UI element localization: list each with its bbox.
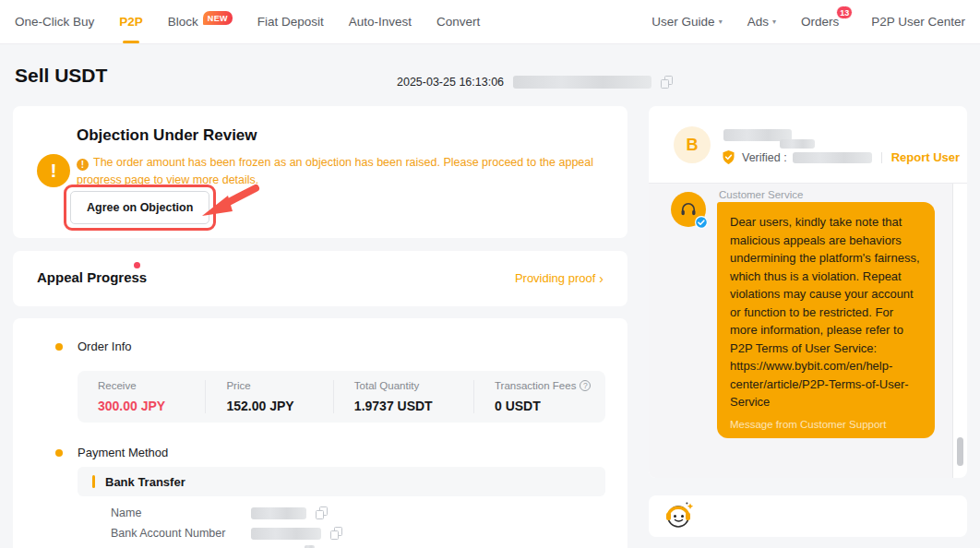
accent-bar [92,475,95,488]
orders-link[interactable]: Orders 13 [801,0,839,43]
appeal-progress-title: Appeal Progress [37,269,147,285]
verified-label: Verified : [742,151,787,164]
top-nav-bar: One-Click Buy P2P Block NEW Fiat Deposit… [0,0,980,44]
order-meta-row: 2025-03-25 16:13:06 [397,76,673,89]
support-bot-icon[interactable] [663,501,695,530]
verified-shield-icon [721,149,736,165]
new-badge: NEW [203,11,233,25]
order-field-receive: Receive 300.00 JPY [78,380,205,413]
field-label-text: Transaction Fees [495,380,576,391]
copy-icon[interactable] [661,76,673,89]
seller-name-redacted [780,139,815,149]
user-guide-menu[interactable]: User Guide ▾ [651,0,722,43]
info-icon[interactable]: ? [580,380,591,391]
redacted-value [251,507,306,519]
annotation-arrow-icon [197,184,260,220]
order-field-transaction-fees: Transaction Fees ? 0 USDT [473,380,605,413]
section-bullet-icon [55,343,63,351]
nav-label: P2P [119,15,143,29]
payment-field-label: Name [111,506,251,519]
section-bullet-icon [55,449,63,457]
copy-icon[interactable] [330,527,342,540]
chevron-right-icon: › [599,272,604,285]
ads-menu[interactable]: Ads ▾ [747,0,776,43]
customer-service-avatar [671,192,706,227]
chat-message-bubble: Dear users, kindly take note that malici… [717,202,935,438]
order-info-section-title: Order Info [78,340,132,353]
nav-label: Orders [801,15,839,29]
order-field-price: Price 152.00 JPY [205,380,332,413]
chat-scrollbar[interactable] [957,437,963,466]
field-label: Transaction Fees ? [495,380,605,391]
notification-dot [134,262,140,268]
field-value: 152.00 JPY [226,399,332,413]
nav-item-one-click-buy[interactable]: One-Click Buy [15,0,94,43]
field-value: 300.00 JPY [98,399,205,413]
divider [881,152,882,163]
verified-check-icon [695,216,708,229]
nav-label: Fiat Deposit [257,15,324,29]
warning-text: The order amount has been frozen as an o… [77,156,593,186]
payment-field-label: Bank Account Number [111,527,251,540]
providing-proof-link[interactable]: Providing proof › [515,271,604,285]
payment-row-name: Name [111,506,328,519]
nav-label: Convert [436,15,480,29]
field-label: Price [226,380,332,391]
verified-value-redacted [793,152,872,163]
nav-item-block[interactable]: Block NEW [168,0,233,43]
chevron-down-icon: ▾ [772,18,776,26]
page-title: Sell USDT [15,65,107,87]
seller-avatar[interactable]: B [674,126,711,163]
nav-item-fiat-deposit[interactable]: Fiat Deposit [257,0,324,43]
p2p-user-center-link[interactable]: P2P User Center [871,0,965,43]
order-details-card: Order Info Receive 300.00 JPY Price 152.… [13,318,627,548]
nav-item-auto-invest[interactable]: Auto-Invest [349,0,412,43]
nav-item-convert[interactable]: Convert [436,0,480,43]
bank-transfer-header: Bank Transfer [78,467,605,496]
redacted-value [251,528,321,540]
warning-icon: ! [77,159,89,171]
field-value: 0 USDT [495,399,605,413]
customer-service-label: Customer Service [719,189,803,200]
warning-icon: ! [37,154,70,187]
payment-method-section-title: Payment Method [78,446,168,459]
objection-title: Objection Under Review [77,126,257,145]
chevron-down-icon: ▾ [719,18,723,26]
nav-label: User Guide [651,15,714,29]
nav-left-group: One-Click Buy P2P Block NEW Fiat Deposit… [15,0,480,43]
order-field-total-quantity: Total Quantity 1.9737 USDT [333,380,473,413]
order-timestamp: 2025-03-25 16:13:06 [397,76,504,89]
field-label: Receive [98,380,205,391]
chat-card: B Verified : Report User Customer Servic… [649,106,967,478]
chat-message-footer: Message from Customer Support [730,419,922,430]
order-id-redacted [513,76,651,89]
copy-icon[interactable] [316,506,328,519]
bank-transfer-label: Bank Transfer [105,475,185,489]
nav-label: One-Click Buy [15,15,94,29]
annotation-highlight-box: Agree on Objection [64,185,216,231]
field-label: Total Quantity [354,380,473,391]
order-info-box: Receive 300.00 JPY Price 152.00 JPY Tota… [78,371,605,423]
chat-input-card [649,495,967,537]
chat-message-text: Dear users, kindly take note that malici… [730,213,922,411]
link-label: Providing proof [515,271,595,285]
nav-item-p2p[interactable]: P2P [119,0,143,43]
nav-label: P2P User Center [871,15,965,29]
field-value: 1.9737 USDT [354,399,473,413]
orders-count-badge: 13 [836,6,853,19]
nav-label: Auto-Invest [349,15,412,29]
payment-row-bank-account-number: Bank Account Number [111,527,342,540]
appeal-progress-card: Appeal Progress Providing proof › [13,251,627,306]
nav-label: Ads [747,15,769,29]
report-user-link[interactable]: Report User [891,150,960,164]
agree-on-objection-button[interactable]: Agree on Objection [70,191,209,224]
verified-row: Verified : Report User [721,149,960,165]
chat-message-area: Customer Service Dear users, kindly take… [649,184,953,478]
objection-card: ! Objection Under Review !The order amou… [13,106,627,238]
nav-right-group: User Guide ▾ Ads ▾ Orders 13 P2P User Ce… [651,0,965,43]
nav-label: Block [168,15,198,29]
